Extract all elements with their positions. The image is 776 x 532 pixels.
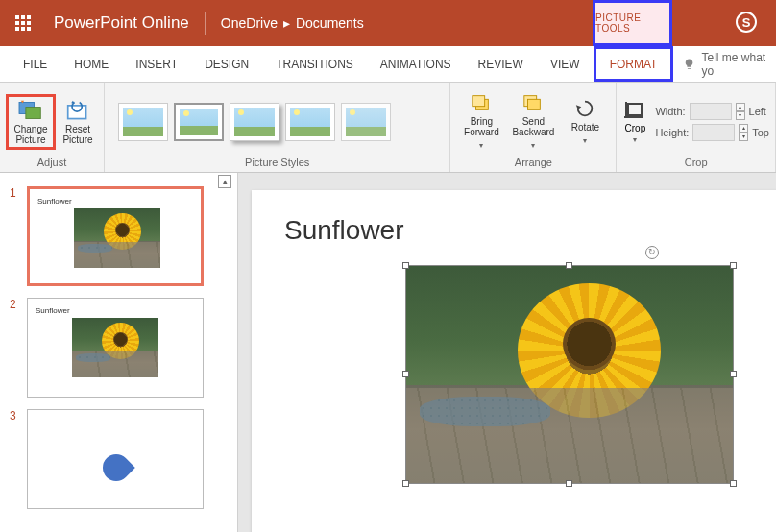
breadcrumb-item[interactable]: Documents — [296, 15, 364, 31]
resize-handle[interactable] — [402, 480, 409, 487]
tab-review[interactable]: REVIEW — [465, 46, 537, 82]
rotate-icon — [572, 98, 597, 119]
send-backward-icon — [521, 92, 546, 113]
height-spinner[interactable]: ▴▾ — [739, 124, 748, 141]
ribbon-group-picture-styles: Picture Styles — [105, 83, 450, 172]
chevron-down-icon: ▾ — [479, 140, 483, 151]
ribbon-group-adjust: Change Picture Reset Picture Adjust — [0, 83, 105, 172]
send-backward-label: Send Backward — [508, 116, 558, 137]
resize-handle[interactable] — [730, 371, 737, 377]
crop-button[interactable]: Crop ▾ — [622, 100, 647, 144]
divider — [205, 12, 206, 35]
tab-insert[interactable]: INSERT — [122, 46, 191, 82]
title-bar: PowerPoint Online OneDrive ▸ Documents P… — [0, 0, 776, 46]
change-picture-label: Change Picture — [11, 124, 51, 145]
panel-collapse-icon[interactable]: ▴ — [218, 175, 231, 188]
slide-canvas[interactable]: Sunflower — [252, 190, 776, 532]
reset-picture-button[interactable]: Reset Picture — [58, 99, 98, 145]
breadcrumb[interactable]: OneDrive ▸ Documents — [221, 15, 364, 31]
skype-icon[interactable]: S — [736, 12, 757, 33]
ribbon-group-arrange: Bring Forward ▾ Send Backward ▾ Rotate ▾… — [450, 83, 617, 172]
ribbon: Change Picture Reset Picture Adjust Pict… — [0, 83, 776, 173]
chevron-right-icon: ▸ — [283, 15, 290, 31]
change-picture-icon — [17, 99, 44, 122]
svg-rect-6 — [528, 99, 541, 109]
crop-group-label: Crop — [622, 157, 769, 170]
top-label: Top — [752, 127, 769, 138]
tab-format[interactable]: FORMAT — [594, 46, 674, 82]
slide-thumb[interactable] — [27, 409, 204, 509]
slide-thumbnail-2[interactable]: 2 Sunflower — [0, 292, 237, 403]
left-label: Left — [749, 106, 766, 117]
resize-handle[interactable] — [730, 262, 737, 269]
send-backward-button[interactable]: Send Backward ▾ — [508, 92, 558, 151]
resize-handle[interactable] — [730, 480, 737, 487]
height-label: Height: — [655, 127, 689, 138]
thumb-shape — [97, 448, 135, 487]
slide-number: 3 — [10, 409, 19, 423]
width-spinner[interactable]: ▴▾ — [736, 103, 745, 120]
resize-handle[interactable] — [402, 262, 409, 269]
svg-rect-7 — [628, 104, 642, 115]
ribbon-group-crop: Crop ▾ Width: ▴▾ Left Height: ▴▾ Top Cro… — [617, 83, 776, 172]
picture-style-3[interactable] — [230, 103, 279, 141]
chevron-down-icon: ▾ — [583, 135, 587, 146]
tell-me-search[interactable]: Tell me what yo — [683, 46, 776, 82]
change-picture-button[interactable]: Change Picture — [11, 99, 51, 145]
crop-icon — [622, 100, 647, 121]
adjust-group-label: Adjust — [6, 157, 98, 170]
slide-thumb[interactable]: Sunflower — [27, 298, 204, 398]
rotate-handle-icon[interactable] — [645, 246, 659, 259]
tab-transitions[interactable]: TRANSITIONS — [262, 46, 367, 82]
slide-thumbnail-1[interactable]: 1 Sunflower — [0, 181, 237, 292]
svg-rect-1 — [26, 107, 40, 118]
rotate-label: Rotate — [571, 122, 599, 133]
selected-picture[interactable] — [405, 265, 734, 484]
tell-me-label: Tell me what yo — [702, 51, 776, 78]
width-input[interactable] — [690, 103, 732, 120]
slide-thumb[interactable]: Sunflower — [27, 186, 204, 286]
tab-view[interactable]: VIEW — [537, 46, 594, 82]
crop-label: Crop — [625, 123, 646, 133]
chevron-down-icon: ▾ — [633, 135, 637, 144]
svg-rect-4 — [473, 96, 485, 107]
slide-thumbnail-3[interactable]: 3 — [0, 403, 237, 515]
bring-forward-button[interactable]: Bring Forward ▾ — [456, 92, 506, 151]
rotate-button[interactable]: Rotate ▾ — [560, 98, 610, 146]
picture-style-5[interactable] — [341, 103, 391, 141]
slide-number: 1 — [10, 186, 19, 200]
picture-style-1[interactable] — [118, 103, 168, 141]
slide-number: 2 — [10, 298, 19, 311]
thumb-title: Sunflower — [37, 197, 193, 206]
tab-file[interactable]: FILE — [10, 46, 61, 82]
sunflower-image — [406, 266, 733, 483]
tab-design[interactable]: DESIGN — [191, 46, 262, 82]
picture-style-4[interactable] — [285, 103, 335, 141]
picture-styles-group-label: Picture Styles — [110, 157, 444, 170]
thumb-image — [72, 318, 158, 377]
height-input[interactable] — [692, 124, 735, 141]
thumb-image — [74, 208, 160, 268]
app-launcher-icon[interactable] — [0, 0, 46, 46]
picture-tools-tab-group: PICTURE TOOLS — [593, 0, 672, 46]
arrange-group-label: Arrange — [456, 157, 610, 170]
chevron-down-icon: ▾ — [531, 140, 535, 151]
resize-handle[interactable] — [566, 480, 572, 487]
slide-canvas-area[interactable]: Sunflower — [238, 173, 776, 532]
picture-style-2[interactable] — [174, 103, 224, 141]
tab-home[interactable]: HOME — [61, 46, 122, 82]
menu-bar: FILE HOME INSERT DESIGN TRANSITIONS ANIM… — [0, 46, 776, 83]
slide-title[interactable]: Sunflower — [284, 215, 757, 246]
tab-animations[interactable]: ANIMATIONS — [367, 46, 465, 82]
bring-forward-icon — [469, 92, 494, 113]
breadcrumb-item[interactable]: OneDrive — [221, 15, 278, 31]
bring-forward-label: Bring Forward — [456, 116, 506, 137]
change-picture-highlight: Change Picture — [6, 94, 56, 150]
resize-handle[interactable] — [402, 371, 409, 377]
app-name: PowerPoint Online — [54, 13, 189, 33]
workspace: ▴ 1 Sunflower 2 Sunflower 3 Sunflower — [0, 173, 776, 532]
width-label: Width: — [655, 106, 685, 117]
resize-handle[interactable] — [566, 262, 572, 269]
contextual-tab-label: PICTURE TOOLS — [595, 12, 669, 34]
slide-thumbnail-panel[interactable]: ▴ 1 Sunflower 2 Sunflower 3 — [0, 173, 238, 532]
